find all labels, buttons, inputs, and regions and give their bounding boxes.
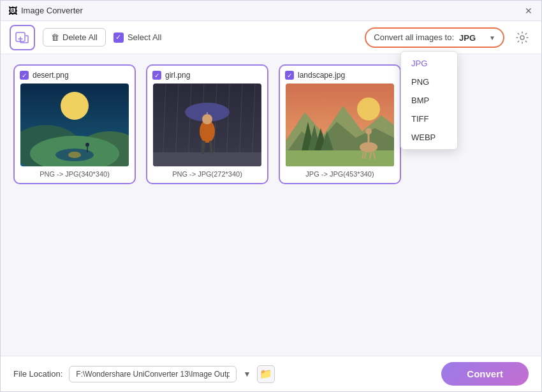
select-all-checkbox[interactable]: ✓ Select All — [114, 33, 161, 43]
svg-point-40 — [365, 128, 372, 134]
card-image-desert — [20, 83, 129, 166]
app-icon: 🖼 — [8, 6, 17, 16]
footer: File Location: ▼ 📁 Convert — [1, 356, 541, 391]
svg-point-5 — [61, 92, 89, 120]
format-selector[interactable]: JPG PNG BMP TIFF WEBP ▼ — [459, 32, 495, 43]
svg-rect-33 — [286, 150, 394, 166]
svg-line-28 — [210, 141, 212, 154]
file-location-label: File Location: — [13, 369, 62, 379]
format-option-bmp[interactable]: BMP — [401, 91, 457, 110]
file-path-input[interactable] — [69, 366, 237, 382]
card-filename-landscape: landscape.jpg — [298, 71, 345, 80]
card-image-girl — [153, 83, 261, 166]
format-option-png[interactable]: PNG — [401, 73, 457, 91]
card-filename-girl: girl.png — [165, 71, 190, 80]
format-select-input[interactable]: JPG PNG BMP TIFF WEBP — [459, 33, 495, 43]
image-card-desert: ✓ desert.png — [13, 64, 136, 184]
close-button[interactable]: ✕ — [524, 6, 534, 16]
convert-all-container: Convert all images to: JPG PNG BMP TIFF … — [365, 27, 504, 48]
svg-point-11 — [85, 143, 89, 147]
format-option-jpg[interactable]: JPG — [401, 54, 457, 73]
card-conversion-landscape: JPG -> JPG(453*340) — [305, 170, 374, 178]
card-filename-desert: desert.png — [33, 71, 69, 80]
image-grid: ✓ desert.png — [1, 54, 541, 356]
format-option-tiff[interactable]: TIFF — [401, 110, 457, 128]
svg-point-10 — [68, 152, 81, 158]
svg-point-26 — [202, 114, 212, 124]
add-image-button[interactable] — [10, 25, 35, 50]
image-card-landscape: ✓ landscape.jpg — [279, 64, 401, 184]
card-conversion-desert: PNG -> JPG(340*340) — [40, 170, 110, 178]
image-card-girl: ✓ girl.png — [146, 64, 268, 184]
convert-all-label: Convert all images to: — [374, 33, 454, 42]
svg-rect-22 — [153, 152, 261, 166]
svg-line-27 — [203, 141, 204, 154]
checkbox-checked-icon: ✓ — [114, 33, 124, 43]
select-all-label: Select All — [128, 33, 161, 42]
card-checkbox-girl[interactable]: ✓ — [152, 71, 161, 80]
window-title: Image Converter — [21, 6, 83, 15]
format-dropdown: JPG PNG BMP TIFF WEBP — [400, 51, 458, 150]
delete-all-button[interactable]: 🗑 Delete All — [43, 28, 106, 47]
dropdown-arrow-path[interactable]: ▼ — [243, 370, 251, 379]
card-conversion-girl: PNG -> JPG(272*340) — [172, 170, 242, 178]
svg-point-3 — [520, 36, 524, 40]
card-checkbox-landscape[interactable]: ✓ — [285, 71, 294, 80]
format-option-webp[interactable]: WEBP — [401, 128, 457, 147]
convert-button[interactable]: Convert — [441, 362, 529, 386]
svg-point-30 — [357, 98, 380, 120]
trash-icon: 🗑 — [51, 33, 59, 42]
svg-point-38 — [360, 142, 377, 152]
browse-folder-button[interactable]: 📁 — [257, 365, 275, 383]
card-checkbox-desert[interactable]: ✓ — [20, 71, 29, 80]
settings-button[interactable] — [512, 27, 532, 48]
card-image-landscape — [286, 83, 394, 166]
